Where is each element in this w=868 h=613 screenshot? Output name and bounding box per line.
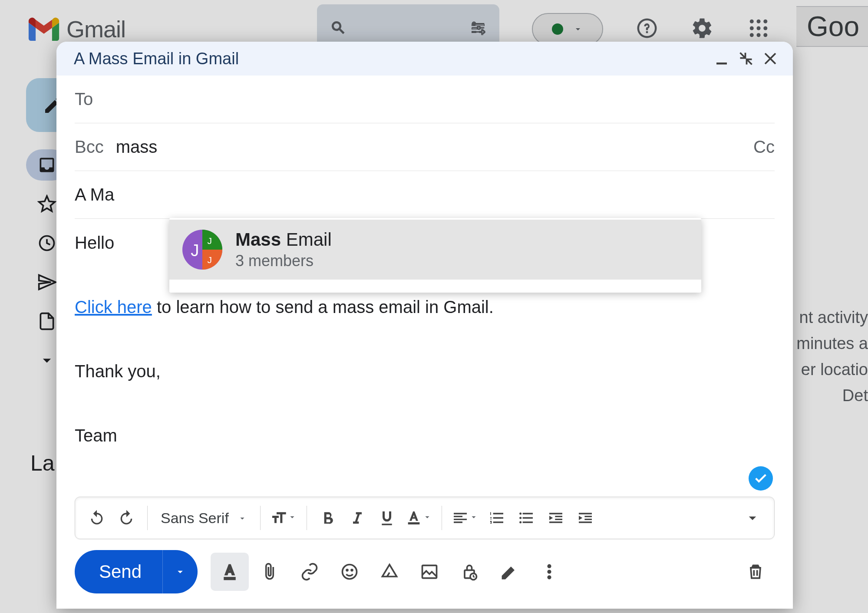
autocomplete-subtitle: 3 members xyxy=(235,252,332,270)
to-field[interactable]: To xyxy=(75,76,775,123)
svg-text:J: J xyxy=(208,255,212,265)
more-options-button[interactable] xyxy=(530,553,568,591)
confidential-mode-button[interactable] xyxy=(450,553,488,591)
svg-point-21 xyxy=(519,521,521,524)
more-formatting-button[interactable] xyxy=(739,504,766,532)
numbered-list-button[interactable] xyxy=(483,504,511,532)
cc-button[interactable]: Cc xyxy=(753,137,775,157)
body-line-4: Team xyxy=(75,419,775,452)
insert-link-button[interactable] xyxy=(290,553,329,591)
bcc-value: mass xyxy=(116,137,158,157)
svg-rect-18 xyxy=(408,522,420,524)
compose-action-bar: Send xyxy=(75,548,775,596)
body-line-2: Click here to learn how to send a mass e… xyxy=(75,291,775,323)
spellcheck-badge[interactable] xyxy=(749,466,773,491)
formatting-toolbar: Sans Serif xyxy=(75,497,775,539)
compose-title: A Mass Email in Gmail xyxy=(74,49,708,68)
attach-file-button[interactable] xyxy=(251,553,289,591)
discard-draft-button[interactable] xyxy=(736,553,775,591)
insert-drive-button[interactable] xyxy=(370,553,409,591)
svg-point-24 xyxy=(346,569,348,571)
svg-rect-13 xyxy=(716,63,727,65)
close-button[interactable] xyxy=(760,48,781,69)
insert-signature-button[interactable] xyxy=(490,553,528,591)
chevron-down-icon xyxy=(469,512,479,524)
exit-fullscreen-button[interactable] xyxy=(736,48,756,69)
autocomplete-item[interactable]: JJJ Mass Email 3 members xyxy=(169,218,701,280)
svg-point-29 xyxy=(548,565,551,568)
redo-button[interactable] xyxy=(112,504,140,532)
indent-more-button[interactable] xyxy=(571,504,599,532)
underline-button[interactable] xyxy=(373,504,401,532)
compose-window: A Mass Email in Gmail To Bcc mass Cc A M… xyxy=(56,42,793,609)
chevron-down-icon xyxy=(422,512,432,524)
insert-emoji-button[interactable] xyxy=(330,553,369,591)
send-button[interactable]: Send xyxy=(75,550,198,593)
font-family-select[interactable]: Sans Serif xyxy=(155,504,253,532)
svg-point-30 xyxy=(548,570,551,573)
bcc-label: Bcc xyxy=(75,137,104,157)
bcc-field[interactable]: Bcc mass Cc xyxy=(75,123,775,171)
chevron-down-icon xyxy=(238,510,247,527)
body-link[interactable]: Click here xyxy=(75,297,152,316)
insert-photo-button[interactable] xyxy=(410,553,449,591)
bulleted-list-button[interactable] xyxy=(512,504,540,532)
autocomplete-title: Mass Email xyxy=(235,229,332,250)
svg-point-25 xyxy=(351,569,353,571)
text-color-button[interactable] xyxy=(403,504,435,532)
undo-button[interactable] xyxy=(83,504,111,532)
align-button[interactable] xyxy=(449,504,481,532)
chevron-down-icon xyxy=(287,512,297,524)
compose-header[interactable]: A Mass Email in Gmail xyxy=(56,42,793,76)
italic-button[interactable] xyxy=(343,504,371,532)
indent-less-button[interactable] xyxy=(542,504,570,532)
svg-rect-22 xyxy=(224,577,235,580)
send-options-button[interactable] xyxy=(163,566,198,578)
contact-autocomplete: JJJ Mass Email 3 members xyxy=(169,218,701,293)
svg-point-20 xyxy=(519,517,521,519)
font-size-button[interactable] xyxy=(267,504,300,532)
bold-button[interactable] xyxy=(314,504,342,532)
svg-text:J: J xyxy=(208,236,212,246)
formatting-options-button[interactable] xyxy=(211,553,249,591)
svg-point-19 xyxy=(519,513,521,515)
group-avatar-icon: JJJ xyxy=(182,230,222,270)
svg-text:J: J xyxy=(191,241,199,260)
svg-point-31 xyxy=(548,576,551,579)
subject-value: A Ma xyxy=(75,185,114,204)
subject-field[interactable]: A Ma xyxy=(75,171,775,219)
minimize-button[interactable] xyxy=(711,48,732,69)
body-line-3: Thank you, xyxy=(75,355,775,387)
svg-point-23 xyxy=(343,565,357,579)
to-label: To xyxy=(75,89,93,109)
